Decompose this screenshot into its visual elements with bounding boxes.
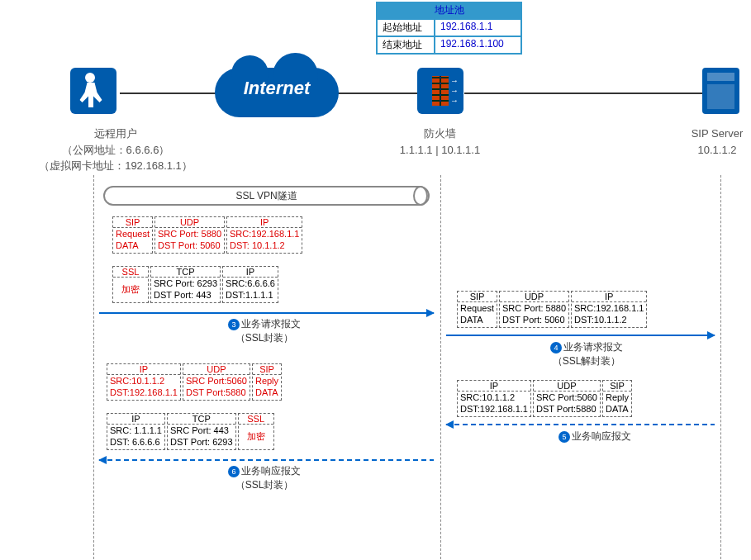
step6-inner-packet: IPSRC:10.1.1.2DST:192.168.1.1UDPSRC Port… — [106, 363, 283, 401]
ssl-vpn-tunnel: SSL VPN隧道 — [103, 186, 430, 206]
firewall-node: →→→ — [417, 68, 463, 119]
lifeline-server — [720, 175, 721, 559]
step5-label: 5业务响应报文 — [529, 429, 661, 444]
internet-label: Internet — [215, 78, 339, 99]
end-addr-label: 结束地址 — [377, 36, 435, 54]
firewall-addrs: 1.1.1.1 | 10.1.1.1 — [388, 142, 492, 159]
tunnel-label: SSL VPN隧道 — [105, 189, 428, 203]
remote-user-labels: 远程用户 （公网地址：6.6.6.6） （虚拟网卡地址：192.168.1.1） — [25, 126, 207, 174]
sip-server-title: SIP Server — [684, 126, 750, 142]
firewall-labels: 防火墙 1.1.1.1 | 10.1.1.1 — [388, 126, 492, 158]
step3-outer-packet: SSL加密TCPSRC Port: 6293DST Port: 443IPSRC… — [112, 266, 279, 303]
remote-user-public: （公网地址：6.6.6.6） — [25, 142, 207, 159]
step5-arrow — [446, 424, 715, 425]
step4-packet: SIPRequestDATAUDPSRC Port: 5880DST Port:… — [456, 291, 648, 328]
step6-label: 6业务响应报文（SSL封装） — [194, 464, 335, 492]
firewall-title: 防火墙 — [388, 126, 492, 142]
step6-arrow — [99, 459, 434, 461]
sip-server-labels: SIP Server 10.1.1.2 — [684, 126, 750, 158]
step4-arrow — [446, 335, 715, 336]
lifeline-user — [93, 175, 94, 559]
internet-node: Internet — [215, 59, 339, 126]
remote-user-virtual: （虚拟网卡地址：192.168.1.1） — [25, 158, 207, 174]
server-icon — [702, 68, 739, 114]
sip-server-node — [702, 68, 739, 119]
step5-packet: IPSRC:10.1.1.2DST:192.168.1.1UDPSRC Port… — [456, 380, 633, 417]
address-pool-table: 地址池 起始地址 192.168.1.1 结束地址 192.168.1.100 — [376, 2, 522, 55]
address-pool-title: 地址池 — [377, 2, 521, 19]
link-user-internet — [120, 93, 227, 94]
step3-arrow — [99, 312, 434, 314]
end-addr-value: 192.168.1.100 — [435, 36, 521, 54]
start-addr-label: 起始地址 — [377, 19, 435, 36]
link-firewall-server — [464, 93, 704, 94]
user-icon — [70, 68, 116, 114]
sip-server-addr: 10.1.1.2 — [684, 142, 750, 159]
remote-user-node — [70, 68, 116, 119]
lifeline-firewall — [440, 175, 441, 559]
link-internet-firewall — [326, 93, 419, 94]
step4-label: 4业务请求报文（SSL解封装） — [516, 340, 657, 368]
step3-label: 3业务请求报文（SSL封装） — [194, 317, 335, 345]
step3-inner-packet: SIPRequestDATAUDPSRC Port: 5880DST Port:… — [112, 216, 303, 254]
remote-user-title: 远程用户 — [25, 126, 207, 142]
firewall-icon: →→→ — [417, 68, 463, 114]
start-addr-value: 192.168.1.1 — [435, 19, 521, 36]
step6-outer-packet: IPSRC: 1.1.1.1DST: 6.6.6.6TCPSRC Port: 4… — [106, 413, 275, 450]
